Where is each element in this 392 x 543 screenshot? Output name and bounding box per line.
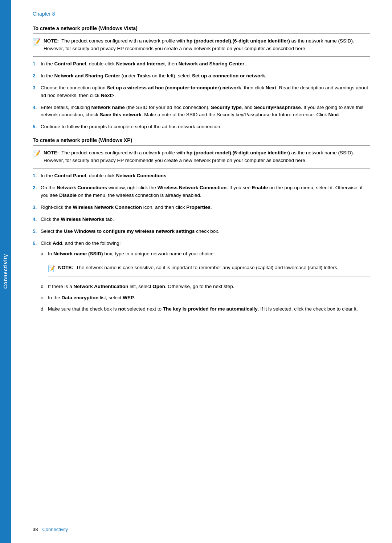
sub-item-c: c. In the Data encryption list, select W…: [41, 294, 370, 302]
step-num-v2: 2.: [33, 72, 41, 80]
sub-label-c: c.: [41, 294, 48, 302]
divider-1: [33, 33, 370, 34]
step-content-v4: Enter details, including Network name (t…: [41, 104, 370, 119]
step-num-v4: 4.: [33, 104, 41, 112]
step-content-v2: In the Network and Sharing Center (under…: [41, 72, 370, 80]
section2-heading: To create a network profile (Windows XP): [33, 137, 370, 143]
sub-item-d: d. Make sure that the check box is not s…: [41, 305, 370, 313]
footer-section: Connectivity: [42, 527, 68, 532]
steps-xp-list: 1. In the Control Panel, double-click Ne…: [33, 172, 370, 317]
sub-note-icon-a: 📝: [48, 264, 55, 273]
sub-list-6: a. In Network name (SSID) box, type in a…: [41, 250, 370, 313]
sub-note-a: 📝 NOTE: The network name is case sensiti…: [48, 261, 370, 277]
steps-vista-list: 1. In the Control Panel, double-click Ne…: [33, 60, 370, 131]
sub-content-a: In Network name (SSID) box, type in a un…: [48, 250, 370, 280]
sidebar-label: Connectivity: [3, 254, 8, 289]
divider-2: [33, 145, 370, 146]
step-xp-1: 1. In the Control Panel, double-click Ne…: [33, 172, 370, 180]
step-vista-3: 3. Choose the connection option Set up a…: [33, 84, 370, 100]
sub-content-d: Make sure that the check box is not sele…: [48, 305, 370, 313]
step-content-xp1: In the Control Panel, double-click Netwo…: [41, 172, 370, 180]
step-xp-3: 3. Right-click the Wireless Network Conn…: [33, 204, 370, 211]
note-label-2: NOTE:: [44, 150, 59, 155]
section1-heading: To create a network profile (Windows Vis…: [33, 25, 370, 31]
note-icon-2: 📝: [33, 150, 41, 158]
step-num-v5: 5.: [33, 123, 41, 131]
note-label-1: NOTE:: [44, 38, 59, 44]
step-num-v3: 3.: [33, 84, 41, 92]
step-content-xp3: Right-click the Wireless Network Connect…: [41, 204, 370, 211]
step-num-xp5: 5.: [33, 228, 41, 235]
page-footer: 38 Connectivity: [11, 527, 392, 532]
note-text-1: NOTE: The product comes configured with …: [44, 37, 370, 53]
note-text-2: NOTE: The product comes configured with …: [44, 149, 370, 165]
step-xp-2: 2. On the Network Connections window, ri…: [33, 184, 370, 199]
sub-label-a: a.: [41, 250, 48, 258]
step-num-xp3: 3.: [33, 204, 41, 211]
sub-note-label-a: NOTE:: [58, 265, 73, 270]
note-icon-1: 📝: [33, 38, 41, 46]
footer-page-num: 38: [33, 527, 38, 532]
step-num-xp4: 4.: [33, 216, 41, 223]
sub-note-text-a: NOTE: The network name is case sensitive…: [58, 264, 339, 272]
main-content: Chapter 8 To create a network profile (W…: [11, 0, 392, 543]
note-box-1: 📝 NOTE: The product comes configured wit…: [33, 37, 370, 57]
step-vista-1: 1. In the Control Panel, double-click Ne…: [33, 60, 370, 68]
step-content-v5: Continue to follow the prompts to comple…: [41, 123, 370, 131]
sub-label-b: b.: [41, 283, 48, 291]
step-xp-4: 4. Click the Wireless Networks tab.: [33, 216, 370, 223]
step-num-v1: 1.: [33, 60, 41, 68]
note-box-2: 📝 NOTE: The product comes configured wit…: [33, 149, 370, 169]
sidebar-tab: Connectivity: [0, 0, 11, 543]
step-content-v3: Choose the connection option Set up a wi…: [41, 84, 370, 100]
sub-content-c: In the Data encryption list, select WEP.: [48, 294, 370, 302]
step-vista-5: 5. Continue to follow the prompts to com…: [33, 123, 370, 131]
chapter-header: Chapter 8: [33, 11, 370, 17]
step-num-xp1: 1.: [33, 172, 41, 180]
step-num-xp2: 2.: [33, 184, 41, 192]
step-vista-2: 2. In the Network and Sharing Center (un…: [33, 72, 370, 80]
step-xp-6: 6. Click Add, and then do the following:…: [33, 240, 370, 317]
sub-content-b: If there is a Network Authentication lis…: [48, 283, 370, 291]
step-xp-5: 5. Select the Use Windows to configure m…: [33, 228, 370, 235]
sub-item-b: b. If there is a Network Authentication …: [41, 283, 370, 291]
step-vista-4: 4. Enter details, including Network name…: [33, 104, 370, 119]
step-content-xp5: Select the Use Windows to configure my w…: [41, 228, 370, 235]
step-num-xp6: 6.: [33, 240, 41, 247]
sub-label-d: d.: [41, 305, 48, 313]
step-content-xp4: Click the Wireless Networks tab.: [41, 216, 370, 223]
step-content-v1: In the Control Panel, double-click Netwo…: [41, 60, 370, 68]
step-content-xp6: Click Add, and then do the following: a.…: [41, 240, 370, 317]
step-content-xp2: On the Network Connections window, right…: [41, 184, 370, 199]
sub-item-a: a. In Network name (SSID) box, type in a…: [41, 250, 370, 280]
